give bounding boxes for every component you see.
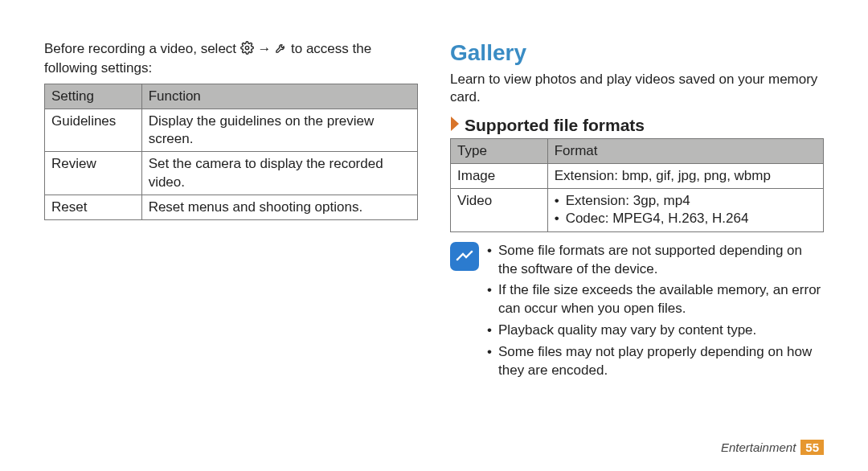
table-row: Image Extension: bmp, gif, jpg, png, wbm… bbox=[451, 164, 824, 189]
right-column: Gallery Learn to view photos and play vi… bbox=[450, 40, 824, 418]
table-row: Reset Reset menus and shooting options. bbox=[45, 195, 418, 219]
setting-name: Guidelines bbox=[45, 109, 142, 152]
intro-paragraph: Before recording a video, select → to ac… bbox=[44, 40, 418, 77]
format-value: Extension: 3gp, mp4 Codec: MPEG4, H.263,… bbox=[547, 189, 823, 231]
section-intro: Learn to view photos and play videos sav… bbox=[450, 71, 824, 106]
table-row: Guidelines Display the guidelines on the… bbox=[45, 109, 418, 152]
settings-header-setting: Setting bbox=[45, 84, 142, 109]
gear-icon bbox=[240, 41, 254, 59]
setting-name: Review bbox=[45, 152, 142, 195]
svg-point-1 bbox=[471, 250, 473, 252]
note-icon bbox=[450, 242, 479, 271]
format-type: Video bbox=[451, 189, 548, 231]
setting-function: Set the camera to display the recorded v… bbox=[141, 152, 417, 195]
formats-table: Type Format Image Extension: bmp, gif, j… bbox=[450, 138, 824, 231]
formats-header-format: Format bbox=[547, 139, 823, 164]
table-row: Video Extension: 3gp, mp4 Codec: MPEG4, … bbox=[451, 189, 824, 231]
setting-function: Display the guidelines on the preview sc… bbox=[141, 109, 417, 152]
section-title: Gallery bbox=[450, 40, 824, 66]
setting-name: Reset bbox=[45, 195, 142, 219]
note-item: Some files may not play properly dependi… bbox=[487, 343, 824, 380]
table-row: Review Set the camera to display the rec… bbox=[45, 152, 418, 195]
wrench-icon bbox=[275, 41, 287, 59]
footer-section: Entertainment bbox=[721, 440, 796, 454]
note-item: Some file formats are not supported depe… bbox=[487, 242, 824, 279]
settings-header-function: Function bbox=[141, 84, 417, 109]
chevron-right-icon bbox=[450, 117, 461, 135]
video-format-line: Codec: MPEG4, H.263, H.264 bbox=[555, 210, 817, 227]
note-list: Some file formats are not supported depe… bbox=[487, 242, 824, 384]
note-item: If the file size exceeds the available m… bbox=[487, 281, 824, 318]
format-value: Extension: bmp, gif, jpg, png, wbmp bbox=[547, 164, 823, 189]
settings-table: Setting Function Guidelines Display the … bbox=[44, 84, 418, 220]
sub-heading: Supported file formats bbox=[465, 116, 645, 135]
page-footer: Entertainment 55 bbox=[721, 440, 824, 455]
video-format-line: Extension: 3gp, mp4 bbox=[555, 192, 817, 210]
note-box: Some file formats are not supported depe… bbox=[450, 242, 824, 384]
intro-text-pre: Before recording a video, select bbox=[44, 41, 240, 56]
intro-text-arrow: → bbox=[258, 41, 276, 56]
note-item: Playback quality may vary by content typ… bbox=[487, 322, 824, 340]
left-column: Before recording a video, select → to ac… bbox=[44, 40, 418, 418]
svg-point-0 bbox=[457, 258, 459, 260]
format-type: Image bbox=[451, 164, 548, 189]
footer-page-number: 55 bbox=[800, 440, 824, 455]
setting-function: Reset menus and shooting options. bbox=[141, 195, 417, 219]
formats-header-type: Type bbox=[451, 139, 548, 164]
